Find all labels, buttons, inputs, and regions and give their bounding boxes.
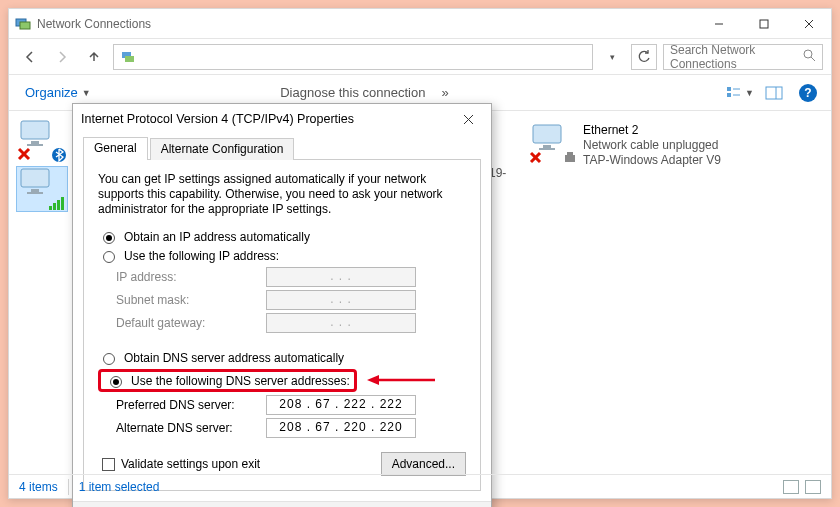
bluetooth-icon [51,147,67,163]
radio-dns-auto[interactable] [103,353,115,365]
close-button[interactable] [786,9,831,39]
ethernet-plug-icon [563,151,577,165]
network-icon [120,49,136,65]
error-x-icon [529,151,543,165]
adapter-item-ethernet2[interactable]: Ethernet 2 Network cable unplugged TAP-W… [529,123,809,168]
svg-rect-10 [727,87,731,91]
svg-rect-24 [27,192,43,194]
status-separator [68,479,69,495]
ipv4-properties-dialog: Internet Protocol Version 4 (TCP/IPv4) P… [72,103,492,507]
svg-rect-26 [53,203,56,210]
status-selection: 1 item selected [79,480,160,494]
svg-rect-34 [565,155,575,162]
disable-device-button[interactable]: Disable this network device [99,81,273,104]
dialog-tabs: General Alternate Configuration [83,136,481,160]
radio-ip-manual-label: Use the following IP address: [124,249,279,263]
organize-label: Organize [25,85,78,100]
dialog-close-button[interactable] [453,106,483,132]
content-area: ions n I219- Ethernet 2 Network cable un… [9,111,831,483]
dialog-title: Internet Protocol Version 4 (TCP/IPv4) P… [81,112,354,126]
svg-rect-22 [21,169,49,187]
adapter-name: Ethernet 2 [583,123,721,138]
view-options-icon [726,86,743,100]
network-icon [15,16,31,32]
status-bar: 4 items 1 item selected [9,474,831,498]
refresh-button[interactable] [631,44,657,70]
monitor-icon [529,123,569,153]
organize-menu[interactable]: Organize ▼ [17,81,99,104]
radio-dns-auto-label: Obtain DNS server address automatically [124,351,344,365]
error-x-icon [17,147,33,163]
ip-address-label: IP address: [116,270,266,284]
forward-button[interactable] [49,44,75,70]
maximize-button[interactable] [741,9,786,39]
diagnose-label: Diagnose this connection [280,85,425,100]
minimize-button[interactable] [696,9,741,39]
svg-rect-18 [27,144,43,146]
search-box[interactable]: Search Network Connections [663,44,823,70]
dialog-titlebar: Internet Protocol Version 4 (TCP/IPv4) P… [73,104,491,134]
adapter-device: TAP-Windows Adapter V9 [583,153,721,168]
dialog-button-row: OK Cancel [73,501,491,507]
validate-settings-checkbox[interactable] [102,458,115,471]
svg-rect-23 [31,189,39,192]
large-icons-view-icon[interactable] [805,480,821,494]
adapter-list: ions n I219- Ethernet 2 Network cable un… [439,115,825,181]
tab-general-label: General [94,141,137,155]
search-icon [803,49,816,65]
help-button[interactable]: ? [793,80,823,106]
subnet-mask-input: . . . [266,290,416,310]
history-dropdown[interactable]: ▾ [599,44,625,70]
svg-rect-17 [31,141,39,144]
preview-pane-button[interactable] [759,80,789,106]
svg-rect-29 [533,125,561,143]
preferred-dns-input[interactable]: 208 . 67 . 222 . 222 [266,395,416,415]
svg-line-9 [811,57,815,61]
dns-manual-highlight: Use the following DNS server addresses: [98,369,357,392]
advanced-button[interactable]: Advanced... [381,452,466,476]
svg-rect-28 [61,197,64,210]
view-options-button[interactable]: ▼ [725,80,755,106]
intro-text: You can get IP settings assigned automat… [98,172,466,217]
svg-rect-30 [543,145,551,148]
alternate-dns-label: Alternate DNS server: [116,421,266,435]
overflow-menu[interactable]: » [433,81,456,104]
arrow-right-icon [55,50,69,64]
titlebar: Network Connections [9,9,831,39]
validate-settings-label: Validate settings upon exit [121,457,260,471]
network-connections-window: Network Connections ▾ Search Network Con… [8,8,832,499]
overflow-label: » [441,85,448,100]
arrow-left-icon [23,50,37,64]
radio-ip-auto-label: Obtain an IP address automatically [124,230,310,244]
up-button[interactable] [81,44,107,70]
radio-ip-auto-row[interactable]: Obtain an IP address automatically [98,229,466,244]
diagnose-connection-button[interactable]: Diagnose this connection [272,81,433,104]
radio-ip-manual[interactable] [103,251,115,263]
close-icon [463,114,474,125]
minimize-icon [714,19,724,29]
tab-general[interactable]: General [83,137,148,160]
window-title: Network Connections [37,17,151,31]
tab-alternate-configuration[interactable]: Alternate Configuration [150,138,295,160]
adapter-status: Network cable unplugged [583,138,721,153]
back-button[interactable] [17,44,43,70]
ip-address-input: . . . [266,267,416,287]
svg-rect-27 [57,200,60,210]
svg-point-8 [804,50,812,58]
preview-pane-icon [765,86,783,100]
radio-ip-auto[interactable] [103,232,115,244]
refresh-icon [637,50,651,64]
adapter-thumb-wifi[interactable] [17,167,67,211]
svg-rect-11 [727,93,731,97]
view-mode-icons[interactable] [783,480,821,494]
details-view-icon[interactable] [783,480,799,494]
adapter-thumb-bluetooth[interactable] [17,119,67,163]
alternate-dns-input[interactable]: 208 . 67 . 220 . 220 [266,418,416,438]
close-icon [804,19,814,29]
radio-dns-auto-row[interactable]: Obtain DNS server address automatically [98,350,466,365]
radio-ip-manual-row[interactable]: Use the following IP address: [98,248,466,263]
subnet-mask-label: Subnet mask: [116,293,266,307]
address-bar[interactable] [113,44,593,70]
svg-rect-14 [766,87,782,99]
radio-dns-manual[interactable] [110,376,122,388]
